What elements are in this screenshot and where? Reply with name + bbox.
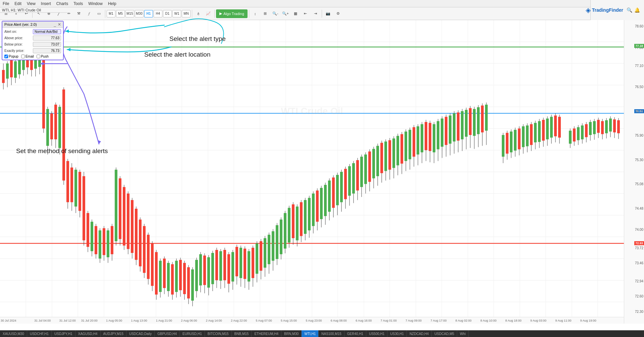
menu-insert[interactable]: Insert <box>38 1 54 6</box>
below-price-value[interactable]: 73.07 <box>33 42 61 47</box>
svg-rect-244 <box>413 127 415 157</box>
menu-view[interactable]: View <box>24 1 38 6</box>
svg-rect-302 <box>542 120 545 141</box>
tf-w1[interactable]: W1 <box>172 10 181 17</box>
svg-rect-86 <box>95 226 97 254</box>
exactly-price-value[interactable]: 76.73 <box>33 48 61 53</box>
svg-rect-326 <box>597 120 600 133</box>
price-7294: 72.94 <box>635 279 643 283</box>
tf-m5[interactable]: M5 <box>116 10 125 17</box>
svg-rect-114 <box>151 244 154 286</box>
tf-d1[interactable]: D1 <box>163 10 172 17</box>
svg-rect-112 <box>147 235 150 279</box>
menu-charts[interactable]: Charts <box>54 1 71 6</box>
tab-brn[interactable]: BRN,M30 <box>281 330 302 337</box>
tab-nzdcad[interactable]: NZDCAD,H4 <box>407 330 432 337</box>
sort-button[interactable]: ↕ <box>251 9 260 18</box>
tab-usdchf[interactable]: USDCHF,H1 <box>27 330 52 337</box>
push-checkbox[interactable] <box>37 55 40 58</box>
tab-nas100[interactable]: NAS100,M15 <box>319 330 344 337</box>
tf-m30[interactable]: M30 <box>135 10 144 17</box>
above-price-value[interactable]: 77.63 <box>33 36 61 41</box>
svg-rect-306 <box>550 117 553 138</box>
chart-canvas[interactable]: WTI Crude Oil <box>0 20 624 324</box>
alert-minimize-button[interactable]: _ <box>54 22 56 27</box>
notifications-icon[interactable]: 🔔 <box>634 7 640 13</box>
scroll-right-button[interactable]: ⇥ <box>311 9 320 18</box>
algo-label: Algo Trading <box>223 12 244 16</box>
tab-wti[interactable]: WTI,H1 <box>302 330 319 337</box>
tab-bitcoin[interactable]: BITCOIN,M15 <box>205 330 232 337</box>
scroll-left-button[interactable]: ⇤ <box>301 9 310 18</box>
svg-rect-146 <box>215 250 218 280</box>
screenshot-button[interactable]: 📷 <box>323 9 333 18</box>
popup-checkbox[interactable] <box>4 55 8 58</box>
table-button[interactable]: ▦ <box>291 9 300 18</box>
tf-mn[interactable]: MN <box>182 10 191 17</box>
tab-bnb[interactable]: BNB,M15 <box>232 330 252 337</box>
chart-area[interactable]: WTI Crude Oil <box>0 20 644 330</box>
svg-rect-194 <box>312 194 315 226</box>
tab-ger40[interactable]: GER40,H1 <box>344 330 366 337</box>
indicators-button[interactable]: 📈 <box>204 9 213 18</box>
tf-m1[interactable]: M1 <box>107 10 115 17</box>
menu-window[interactable]: Window <box>86 1 105 6</box>
tf-h4[interactable]: H4 <box>154 10 162 17</box>
separator-2 <box>105 10 105 18</box>
alert-type-dropdown[interactable]: Normal Ask/Bid <box>33 29 61 34</box>
svg-rect-288 <box>514 130 517 150</box>
grid-button[interactable]: ⊞ <box>261 9 270 18</box>
svg-rect-256 <box>437 121 439 149</box>
search-icon[interactable]: 🔍 <box>627 7 632 13</box>
rect-button[interactable]: ▭ <box>94 9 104 18</box>
fib-button[interactable]: 𝑓 <box>84 9 94 18</box>
chart-type-button[interactable]: 🕯 <box>194 9 203 18</box>
svg-rect-196 <box>316 191 319 222</box>
tab-usdcad-daily[interactable]: USDCAD,Daily <box>126 330 155 337</box>
svg-rect-216 <box>356 160 359 191</box>
svg-rect-88 <box>99 230 101 259</box>
tab-eurusd[interactable]: EURUSD,H1 <box>180 330 205 337</box>
tab-ethereum[interactable]: ETHEREUM,H4 <box>252 330 281 337</box>
time-label-15: 7 Aug 01:00 <box>381 319 397 322</box>
menu-file[interactable]: File <box>0 1 12 6</box>
tab-xauusd[interactable]: XAUUSD,M30 <box>0 330 27 337</box>
zoom-out-button[interactable]: 🔍- <box>271 9 280 18</box>
svg-rect-80 <box>83 176 85 241</box>
menu-tools[interactable]: Tools <box>71 1 86 6</box>
menu-edit[interactable]: Edit <box>12 1 24 6</box>
svg-rect-140 <box>203 256 206 285</box>
zoom-in-button[interactable]: 🔍+ <box>281 9 290 18</box>
svg-rect-278 <box>481 106 484 132</box>
svg-rect-102 <box>127 194 129 249</box>
settings-button[interactable]: ⚙ <box>333 9 343 18</box>
tab-us30[interactable]: US30,H1 <box>387 330 407 337</box>
svg-rect-328 <box>601 121 604 134</box>
svg-rect-132 <box>187 267 190 298</box>
algo-trading-button[interactable]: ▶ Algo Trading <box>216 9 248 18</box>
tf-h1[interactable]: H1 <box>144 10 153 17</box>
svg-rect-122 <box>167 263 170 291</box>
svg-rect-142 <box>207 257 210 288</box>
svg-rect-202 <box>328 181 331 212</box>
time-label-16: 7 Aug 09:00 <box>406 319 422 322</box>
alert-close-button[interactable]: ✕ <box>58 22 61 27</box>
tab-audjpy[interactable]: AUDJPY,M15 <box>101 330 126 337</box>
tools-button[interactable]: ⚒ <box>74 9 84 18</box>
tf-m15[interactable]: M15 <box>125 10 134 17</box>
tab-gbpusd[interactable]: GBPUSD,H4 <box>155 330 180 337</box>
email-checkbox[interactable] <box>21 55 25 58</box>
svg-rect-138 <box>199 254 202 285</box>
tab-whi[interactable]: Whi <box>457 330 469 337</box>
menu-help[interactable]: Help <box>105 1 119 6</box>
tab-usdjpy[interactable]: USDJPY,H1 <box>52 330 75 337</box>
time-label-13: 6 Aug 08:00 <box>331 319 347 322</box>
separator-4 <box>214 10 215 18</box>
svg-rect-218 <box>360 157 363 187</box>
svg-rect-96 <box>115 170 117 242</box>
tab-us500[interactable]: US500,H1 <box>366 330 387 337</box>
tab-usdcad-m5[interactable]: USDCAD,M5 <box>432 330 457 337</box>
svg-rect-190 <box>304 200 307 234</box>
tab-xagusd[interactable]: XAGUSD,H4 <box>75 330 101 337</box>
svg-rect-182 <box>288 208 290 243</box>
